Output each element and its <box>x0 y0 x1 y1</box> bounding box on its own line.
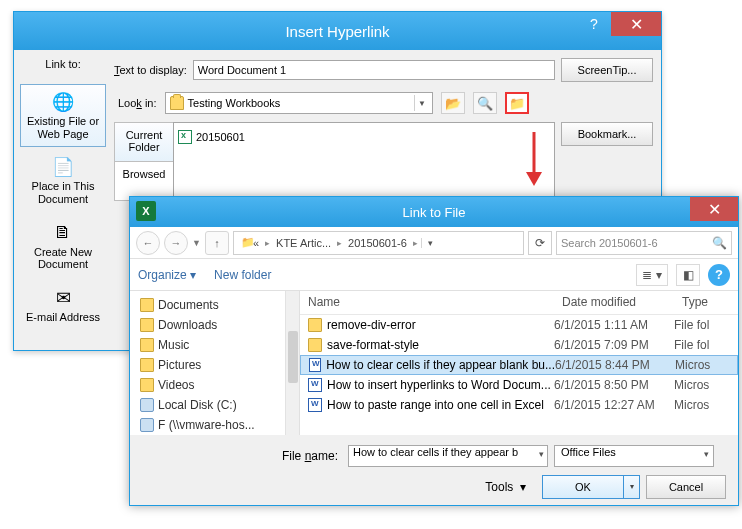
titlebar[interactable]: X Link to File ✕ <box>130 197 738 227</box>
link-to-label: Link to: <box>24 58 102 70</box>
chevron-down-icon[interactable]: ▾ <box>421 238 439 248</box>
search-input[interactable]: Search 20150601-6 🔍 <box>556 231 732 255</box>
tab-current-folder[interactable]: Current Folder <box>114 122 174 162</box>
folder-icon <box>140 318 154 332</box>
folder-icon <box>140 298 154 312</box>
dialog-footer: File name: How to clear cells if they ap… <box>130 435 738 505</box>
browse-web-icon[interactable]: 🔍 <box>473 92 497 114</box>
table-row[interactable]: How to paste range into one cell in Exce… <box>300 395 738 415</box>
close-icon[interactable]: ✕ <box>611 12 661 36</box>
linkto-place-in-doc[interactable]: 📄 Place in This Document <box>20 149 106 212</box>
folder-icon <box>170 96 184 110</box>
tree-item[interactable]: Music <box>140 335 299 355</box>
new-folder-button[interactable]: New folder <box>214 268 271 282</box>
table-row[interactable]: How to insert hyperlinks to Word Docum..… <box>300 375 738 395</box>
link-to-list: 🌐 Existing File or Web Page 📄 Place in T… <box>20 84 106 330</box>
breadcrumb[interactable]: 📁 «▸ KTE Artic...▸ 20150601-6▸ ▾ <box>233 231 524 255</box>
dialog-title: Insert Hyperlink <box>14 23 661 40</box>
preview-pane-icon[interactable]: ◧ <box>676 264 700 286</box>
linkto-create-new-doc[interactable]: 🗎 Create New Document <box>20 215 106 278</box>
screentip-button[interactable]: ScreenTip... <box>561 58 653 82</box>
list-item[interactable]: 20150601 <box>178 127 550 147</box>
view-mode-icon[interactable]: ≣ ▾ <box>636 264 668 286</box>
chevron-down-icon[interactable]: ▾ <box>539 449 544 459</box>
explorer-navbar: ← → ▼ ↑ 📁 «▸ KTE Artic...▸ 20150601-6▸ ▾… <box>130 227 738 259</box>
file-type-filter[interactable]: Office Files ▾ <box>554 445 714 467</box>
table-row[interactable]: How to clear cells if they appear blank … <box>300 355 738 375</box>
file-name-input[interactable]: How to clear cells if they appear b ▾ <box>348 445 548 467</box>
folder-icon <box>140 378 154 392</box>
file-name-label: File name: <box>142 449 342 463</box>
bookmark-button[interactable]: Bookmark... <box>561 122 653 146</box>
folder-icon <box>140 358 154 372</box>
chevron-down-icon[interactable]: ▾ <box>704 449 709 459</box>
help-icon[interactable]: ? <box>708 264 730 286</box>
refresh-icon[interactable]: ⟳ <box>528 231 552 255</box>
linkto-email-address[interactable]: ✉ E-mail Address <box>20 280 106 331</box>
tree-item[interactable]: F (\\vmware-hos... <box>140 415 299 435</box>
browse-file-icon[interactable]: 📁 <box>505 92 529 114</box>
tree-item[interactable]: Local Disk (C:) <box>140 395 299 415</box>
tab-browsed-pages[interactable]: Browsed <box>114 161 174 201</box>
titlebar[interactable]: Insert Hyperlink ? ✕ <box>14 12 661 50</box>
document-place-icon: 📄 <box>51 156 75 178</box>
help-icon[interactable]: ? <box>577 12 611 36</box>
back-icon[interactable]: ← <box>136 231 160 255</box>
tree-item[interactable]: Documents <box>140 295 299 315</box>
word-file-icon <box>309 358 321 372</box>
chevron-down-icon[interactable]: ▼ <box>414 95 430 111</box>
linkto-existing-file[interactable]: 🌐 Existing File or Web Page <box>20 84 106 147</box>
disk-icon <box>140 398 154 412</box>
forward-icon[interactable]: → <box>164 231 188 255</box>
folder-icon <box>308 318 322 332</box>
new-document-icon: 🗎 <box>51 222 75 244</box>
excel-file-icon <box>178 130 192 144</box>
file-list-header[interactable]: Name Date modified Type <box>300 291 738 315</box>
network-drive-icon <box>140 418 154 432</box>
look-in-dropdown[interactable]: Testing Workbooks ▼ <box>165 92 433 114</box>
word-file-icon <box>308 398 322 412</box>
ok-button[interactable]: OK <box>542 475 624 499</box>
tree-item[interactable]: Downloads <box>140 315 299 335</box>
tools-menu[interactable]: Tools ▾ <box>485 480 526 494</box>
word-file-icon <box>308 378 322 392</box>
up-folder-icon[interactable]: 📂 <box>441 92 465 114</box>
table-row[interactable]: save-format-style6/1/2015 7:09 PMFile fo… <box>300 335 738 355</box>
link-to-file-dialog: X Link to File ✕ ← → ▼ ↑ 📁 «▸ KTE Artic.… <box>129 196 739 506</box>
close-icon[interactable]: ✕ <box>690 197 738 221</box>
excel-app-icon: X <box>136 201 156 221</box>
ok-split-icon[interactable]: ▾ <box>624 475 640 499</box>
tree-item[interactable]: Pictures <box>140 355 299 375</box>
dialog-title: Link to File <box>130 205 738 220</box>
organize-menu[interactable]: Organize ▾ <box>138 268 196 282</box>
cancel-button[interactable]: Cancel <box>646 475 726 499</box>
globe-page-icon: 🌐 <box>51 91 75 113</box>
text-to-display-label: Text to display: <box>114 64 187 76</box>
up-icon[interactable]: ↑ <box>205 231 229 255</box>
look-in-label: Look in: <box>118 97 157 109</box>
text-to-display-input[interactable] <box>193 60 555 80</box>
mail-icon: ✉ <box>51 287 75 309</box>
explorer-toolbar: Organize ▾ New folder ≣ ▾ ◧ ? <box>130 259 738 291</box>
folder-icon <box>308 338 322 352</box>
folder-icon <box>140 338 154 352</box>
table-row[interactable]: remove-div-error6/1/2015 1:11 AMFile fol <box>300 315 738 335</box>
search-icon: 🔍 <box>712 236 727 250</box>
tree-item[interactable]: Videos <box>140 375 299 395</box>
